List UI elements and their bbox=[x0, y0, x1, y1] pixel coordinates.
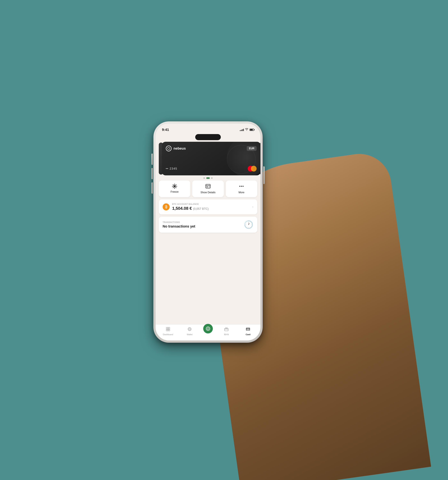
svg-point-6 bbox=[172, 186, 173, 187]
wallet-label: Wallet bbox=[187, 333, 193, 336]
transactions-info: TRANSACTIONS No transactions yet bbox=[163, 221, 195, 228]
svg-point-24 bbox=[189, 328, 190, 330]
svg-rect-14 bbox=[207, 187, 208, 187]
action-row: Freeze Show Details bbox=[156, 180, 261, 197]
dynamic-island bbox=[195, 134, 221, 140]
svg-point-9 bbox=[176, 188, 176, 188]
nebeus-logo-icon bbox=[166, 146, 172, 151]
svg-rect-19 bbox=[166, 327, 168, 329]
home-button[interactable] bbox=[203, 324, 213, 333]
mastercard-icon bbox=[248, 166, 257, 171]
svg-rect-20 bbox=[168, 327, 170, 329]
carousel-dot-3[interactable] bbox=[211, 177, 213, 179]
more-button[interactable]: More bbox=[226, 180, 257, 197]
card-number: •• 2345 bbox=[166, 167, 177, 170]
details-icon bbox=[206, 184, 211, 190]
phone-wrapper: 9:41 bbox=[154, 122, 262, 342]
signal-icon bbox=[240, 128, 244, 131]
battery-icon bbox=[250, 129, 254, 131]
show-details-label: Show Details bbox=[200, 191, 215, 194]
svg-point-25 bbox=[206, 327, 210, 331]
balance-card[interactable]: ₿ BTC ACCOUNT BALANCE 1,504.08 € (0,057 … bbox=[159, 199, 257, 214]
svg-point-8 bbox=[173, 184, 173, 185]
nav-item-dashboard[interactable]: Dashboard bbox=[160, 327, 176, 336]
freeze-icon bbox=[172, 184, 177, 189]
nav-item-wallet[interactable]: Wallet bbox=[182, 327, 198, 336]
transactions-card: TRANSACTIONS No transactions yet 🕐 bbox=[159, 217, 257, 233]
status-icons bbox=[240, 128, 254, 132]
dashboard-label: Dashboard bbox=[163, 333, 173, 336]
svg-point-23 bbox=[188, 327, 191, 331]
svg-point-11 bbox=[173, 188, 173, 188]
payment-card[interactable]: nebeus EUR •• 2345 bbox=[162, 142, 261, 175]
iban-label: IBAN bbox=[224, 333, 229, 336]
balance-amount-row: 1,504.08 € (0,057 BTC) bbox=[172, 206, 209, 211]
card-carousel: nebeus EUR •• 2345 bbox=[159, 142, 257, 175]
more-label: More bbox=[239, 191, 244, 194]
wallet-icon bbox=[187, 327, 192, 332]
card-footer: •• 2345 bbox=[166, 166, 257, 171]
svg-point-4 bbox=[174, 184, 175, 184]
svg-point-10 bbox=[176, 184, 176, 185]
clock-icon: 🕐 bbox=[244, 220, 253, 229]
svg-point-5 bbox=[174, 188, 175, 189]
svg-point-7 bbox=[177, 186, 177, 187]
phone-outer: 9:41 bbox=[154, 122, 262, 342]
more-icon bbox=[239, 184, 244, 190]
card-logo: nebeus bbox=[166, 146, 186, 151]
card-brand: nebeus bbox=[173, 146, 186, 151]
status-time: 9:41 bbox=[162, 128, 169, 132]
nav-item-home bbox=[203, 327, 213, 333]
balance-info: BTC ACCOUNT BALANCE 1,504.08 € (0,057 BT… bbox=[172, 203, 209, 211]
svg-point-15 bbox=[209, 187, 209, 187]
carousel-dot-2[interactable] bbox=[206, 177, 210, 179]
card-header: nebeus EUR bbox=[166, 146, 257, 151]
wifi-icon bbox=[245, 128, 248, 132]
svg-rect-22 bbox=[168, 329, 170, 331]
svg-rect-21 bbox=[166, 329, 168, 331]
transactions-empty-text: No transactions yet bbox=[163, 224, 195, 228]
show-details-button[interactable]: Show Details bbox=[192, 180, 224, 197]
phone-screen: 9:41 bbox=[156, 124, 261, 340]
balance-amount: 1,504.08 € (0,057 BTC) bbox=[172, 206, 209, 211]
freeze-label: Freeze bbox=[171, 191, 179, 193]
bottom-nav: Dashboard Wallet bbox=[156, 324, 261, 340]
balance-chevron-icon: › bbox=[252, 205, 253, 209]
svg-point-17 bbox=[241, 186, 242, 187]
carousel-dots bbox=[156, 177, 261, 179]
balance-left: ₿ BTC ACCOUNT BALANCE 1,504.08 € (0,057 … bbox=[163, 203, 209, 211]
btc-icon: ₿ bbox=[163, 203, 170, 210]
spacer bbox=[156, 235, 261, 324]
dashboard-icon bbox=[166, 327, 170, 332]
svg-rect-30 bbox=[246, 329, 250, 329]
svg-rect-12 bbox=[206, 184, 210, 188]
nav-item-iban[interactable]: IBAN bbox=[218, 327, 234, 336]
iban-icon bbox=[224, 327, 228, 332]
card-area: nebeus EUR •• 2345 bbox=[156, 142, 261, 175]
card-nav-icon bbox=[246, 327, 250, 332]
card-currency: EUR bbox=[247, 146, 257, 151]
carousel-dot-1[interactable] bbox=[203, 177, 205, 179]
app-container: 9:41 bbox=[0, 0, 448, 480]
card-nav-label: Card bbox=[246, 333, 251, 336]
svg-point-26 bbox=[207, 328, 209, 330]
svg-point-16 bbox=[239, 186, 240, 187]
balance-crypto: (0,057 BTC) bbox=[193, 207, 209, 210]
svg-rect-27 bbox=[225, 328, 228, 331]
freeze-button[interactable]: Freeze bbox=[159, 180, 190, 197]
status-bar: 9:41 bbox=[156, 124, 261, 133]
transactions-label: TRANSACTIONS bbox=[163, 221, 195, 223]
svg-point-18 bbox=[242, 186, 243, 187]
nav-item-card[interactable]: Card bbox=[240, 327, 256, 336]
balance-label: BTC ACCOUNT BALANCE bbox=[172, 203, 209, 205]
